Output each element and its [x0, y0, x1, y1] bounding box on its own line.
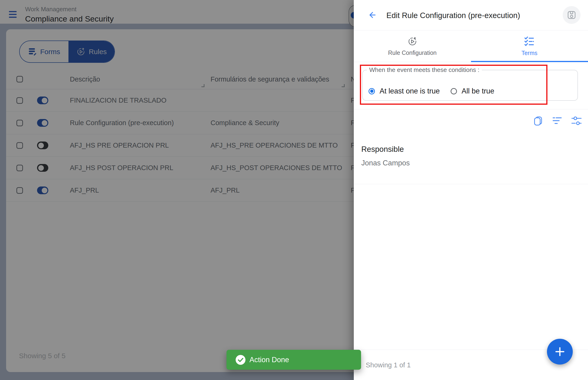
- panel-title: Edit Rule Configuration (pre-execution): [386, 11, 520, 20]
- tab-terms[interactable]: Terms: [471, 30, 588, 62]
- panel-header: Edit Rule Configuration (pre-execution): [354, 0, 588, 30]
- toast-notification[interactable]: Action Done: [226, 350, 361, 370]
- add-term-fab[interactable]: [547, 339, 573, 364]
- radio-all-be-true[interactable]: [451, 88, 457, 95]
- tab-rule-configuration-label: Rule Configuration: [388, 49, 437, 56]
- active-tab-indicator: [471, 61, 588, 62]
- back-arrow-icon[interactable]: [367, 10, 377, 20]
- radio-all-be-true-label[interactable]: All be true: [462, 87, 494, 95]
- save-button[interactable]: [563, 6, 581, 24]
- save-icon: [567, 10, 576, 20]
- toast-message: Action Done: [249, 356, 289, 364]
- responsible-value: Jonas Campos: [361, 159, 410, 167]
- list-divider: [354, 184, 588, 184]
- filter-icon[interactable]: [552, 116, 563, 126]
- check-circle-icon: [235, 355, 246, 365]
- section-divider: [354, 109, 588, 109]
- edit-rule-panel: Edit Rule Configuration (pre-execution) …: [354, 0, 588, 380]
- radio-at-least-one-label[interactable]: At least one is true: [380, 87, 440, 95]
- copy-button[interactable]: [533, 116, 543, 126]
- conditions-legend: When the event meets these conditions :: [367, 66, 482, 74]
- terms-toolbar: [533, 116, 582, 126]
- responsible-label: Responsible: [361, 145, 404, 154]
- conditions-fieldset: When the event meets these conditions :: [362, 66, 578, 101]
- panel-tabs: Rule Configuration Terms: [354, 30, 588, 62]
- tab-terms-label: Terms: [521, 50, 537, 57]
- rule-configuration-icon: [407, 36, 418, 47]
- modal-dim-overlay[interactable]: [0, 0, 354, 380]
- conditions-radio-group: At least one is true All be true: [368, 87, 500, 95]
- terms-checklist-icon: [524, 36, 535, 47]
- radio-at-least-one[interactable]: [368, 88, 375, 95]
- tune-settings-icon[interactable]: [571, 116, 582, 126]
- tab-rule-configuration[interactable]: Rule Configuration: [354, 30, 471, 62]
- panel-showing-count: Showing 1 of 1: [366, 361, 411, 369]
